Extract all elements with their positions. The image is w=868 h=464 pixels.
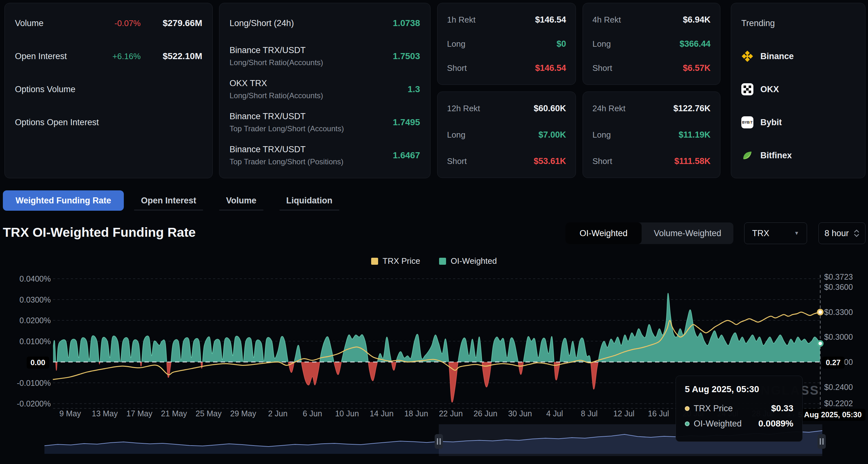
rekt-title: 24h Rekt (592, 104, 625, 113)
long-short-labels: Binance TRX/USDTLong/Short Ratio(Account… (229, 46, 323, 67)
tab-label: Weighted Funding Rate (16, 196, 111, 206)
trending-item-label: Binance (761, 52, 794, 61)
tooltip-series-name: TRX Price (694, 404, 733, 413)
long-short-value: 1.7503 (393, 51, 420, 61)
tooltip-row: OI-Weighted0.0089% (685, 418, 794, 429)
tab-volume[interactable]: Volume (213, 191, 269, 211)
trending-item-label: OKX (761, 85, 779, 94)
page-title: TRX OI-Weighted Funding Rate (3, 225, 195, 240)
rekt-long-row: Long$11.19K (592, 124, 711, 145)
trending-item-okx[interactable]: OKX (741, 83, 779, 95)
rekt-short-value: $53.61K (534, 156, 566, 166)
rekt-short-value: $146.54 (535, 63, 566, 73)
navigator-handle-grip[interactable] (820, 438, 821, 445)
tab-label: Open Interest (141, 196, 196, 206)
long-short-row[interactable]: Binance TRX/USDTTop Trader Long/Short (P… (229, 139, 420, 172)
stat-row[interactable]: Options Open Interest (15, 106, 202, 139)
tooltip-series-name: OI-Weighted (694, 419, 742, 429)
x-axis-tick: 30 Jun (508, 409, 532, 418)
long-short-labels: OKX TRXLong/Short Ratio(Accounts) (229, 79, 323, 100)
rekt-short-value: $111.58K (674, 156, 711, 166)
stat-row[interactable]: Volume-0.07%$279.66M (15, 7, 202, 40)
x-axis-tick: 14 Jun (370, 409, 393, 418)
trending-item-bitfinex[interactable]: Bitfinex (741, 149, 792, 162)
toggle-oi-weighted[interactable]: OI-Weighted (565, 223, 642, 244)
interval-select-value: 8 hour (825, 229, 849, 238)
navigator-handle-grip[interactable] (823, 438, 824, 445)
long-short-row[interactable]: Binance TRX/USDTLong/Short Ratio(Account… (229, 40, 420, 73)
right-axis-tick: $0.3300 (824, 308, 853, 317)
stat-row[interactable]: Open Interest+6.16%$522.10M (15, 40, 202, 73)
left-axis-tick: -0.0200% (17, 399, 51, 408)
binance-logo-icon (741, 50, 753, 62)
dashboard: Volume-0.07%$279.66MOpen Interest+6.16%$… (0, 0, 868, 464)
bybit-logo-icon: BYBIT (741, 116, 753, 128)
long-short-subtitle: Top Trader Long/Short (Positions) (229, 157, 343, 166)
trending-card: Trending BinanceOKXBYBITBybitBitfinex (731, 3, 865, 178)
long-short-subtitle: Top Trader Long/Short (Accounts) (229, 124, 344, 133)
navigator-handle-grip[interactable] (440, 438, 441, 445)
x-axis-tick: 16 Jul (648, 409, 669, 418)
stat-row[interactable]: Options Volume (15, 73, 202, 106)
rekt-long-row: Long$7.00K (447, 124, 566, 145)
rekt-total-value: $60.60K (534, 104, 566, 113)
long-short-subtitle: Long/Short Ratio(Accounts) (229, 58, 323, 67)
tab-label: Liquidation (286, 196, 332, 206)
stat-label: Open Interest (15, 52, 67, 61)
left-axis-tick: 0.0400% (19, 274, 51, 283)
legend-item-oi-weighted[interactable]: OI-Weighted (439, 256, 497, 266)
long-short-row[interactable]: OKX TRXLong/Short Ratio(Accounts)1.3 (229, 73, 420, 106)
tab-underline (134, 209, 203, 211)
trending-item-bybit[interactable]: BYBITBybit (741, 116, 782, 128)
long-short-row[interactable]: Binance TRX/USDTTop Trader Long/Short (A… (229, 106, 420, 139)
x-axis-tick: 25 May (195, 409, 222, 418)
rekt-total-value: $6.94K (683, 15, 711, 25)
legend-item-trx-price[interactable]: TRX Price (371, 256, 420, 266)
rekt-total-value: $122.76K (673, 104, 711, 113)
long-short-subtitle: Long/Short Ratio(Accounts) (229, 91, 323, 100)
left-axis-tick: -0.0100% (17, 378, 51, 387)
x-axis-tick: 26 Jun (473, 409, 497, 418)
symbol-select[interactable]: TRX ▼ (744, 223, 807, 244)
tab-open-interest[interactable]: Open Interest (128, 191, 209, 211)
rekt-title: 4h Rekt (592, 15, 621, 25)
x-axis-tick: 12 Jul (613, 409, 634, 418)
long-short-row[interactable]: Long/Short (24h)1.0738 (229, 7, 420, 40)
rekt-card-body: 24h Rekt$122.76KLong$11.19KShort$111.58K (583, 92, 720, 178)
rekt-card-body: 4h Rekt$6.94KLong$366.44Short$6.57K (583, 3, 720, 85)
tab-underline (279, 209, 339, 211)
legend-label: OI-Weighted (451, 256, 497, 266)
long-short-title: OKX TRX (229, 79, 323, 88)
rekt-short-row: Short$111.58K (592, 151, 711, 171)
rekt-short-label: Short (592, 156, 612, 166)
x-axis-tick: 8 Jul (581, 409, 598, 418)
long-short-title: Binance TRX/USDT (229, 145, 343, 154)
stat-label: Options Volume (15, 85, 75, 94)
tab-liquidation[interactable]: Liquidation (274, 191, 345, 211)
left-axis-tick: 0.0300% (19, 295, 51, 304)
interval-select[interactable]: 8 hour (818, 223, 865, 244)
rekt-card: 1h Rekt$146.54Long$0Short$146.54 (437, 3, 576, 85)
weighting-toggle: OI-Weighted Volume-Weighted (565, 223, 734, 244)
navigator-handle-right[interactable] (817, 434, 826, 449)
chart-tabs: Weighted Funding RateOpen InterestVolume… (3, 191, 345, 211)
x-axis-tick: 22 Jun (439, 409, 463, 418)
navigator-handle-left[interactable] (435, 434, 443, 449)
trending-title-row: Trending (741, 7, 855, 40)
x-axis-tick: 9 May (59, 409, 81, 418)
trending-item-binance[interactable]: Binance (741, 50, 794, 62)
navigator-handle-grip[interactable] (437, 438, 438, 445)
right-axis-tick: $0.2400 (824, 383, 853, 392)
stat-values: -0.07%$279.66M (115, 18, 202, 28)
toggle-volume-weighted[interactable]: Volume-Weighted (642, 223, 734, 244)
trending-title: Trending (741, 19, 775, 28)
long-short-title: Long/Short (24h) (229, 19, 294, 28)
long-short-value: 1.6467 (393, 150, 420, 161)
trending-item-label: Bybit (761, 118, 782, 127)
tab-weighted-funding-rate[interactable]: Weighted Funding Rate (3, 191, 124, 211)
tooltip-series-dot (685, 406, 689, 411)
long-short-value: 1.0738 (393, 18, 420, 28)
rekt-title: 1h Rekt (447, 15, 475, 25)
price-marker-dot (818, 310, 823, 315)
funding-marker-dot (818, 341, 823, 346)
